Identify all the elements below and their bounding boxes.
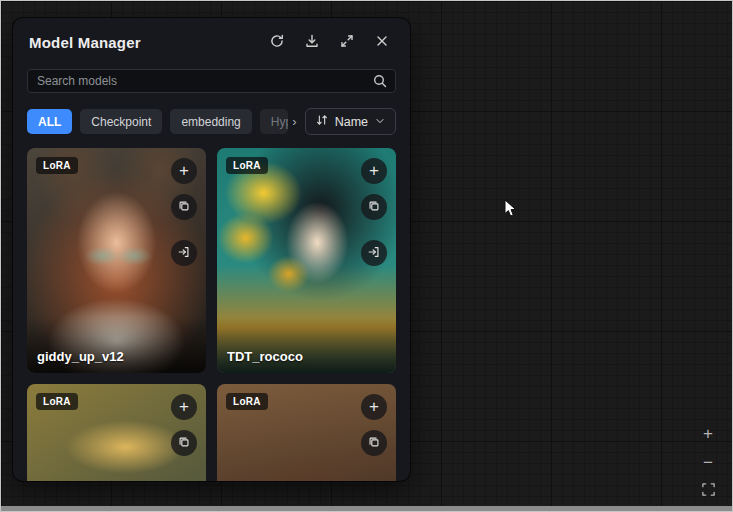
fit-view-button[interactable] [698,481,718,501]
copy-icon [367,199,381,216]
search-input[interactable] [27,69,396,93]
filter-row: ALL Checkpoint embedding Hype › Name [27,108,396,135]
add-model-button[interactable]: + [171,394,197,420]
window-edge [1,506,732,511]
copy-model-button[interactable] [361,430,387,456]
model-type-badge: LoRA [226,393,268,410]
close-icon [374,33,390,52]
copy-model-button[interactable] [171,194,197,220]
download-button[interactable] [304,35,320,51]
download-icon [304,33,320,52]
model-name-overlay: giddy_up_v12 [27,317,206,373]
model-type-badge: LoRA [36,157,78,174]
add-model-button[interactable]: + [361,394,387,420]
filter-chip-hypernetwork[interactable]: Hype [260,109,289,134]
zoom-in-button[interactable]: + [698,423,718,443]
copy-model-button[interactable] [171,430,197,456]
import-icon [177,245,191,262]
model-type-badge: LoRA [36,393,78,410]
load-model-button[interactable] [171,240,197,266]
sort-label: Name [335,115,368,129]
filter-chip-all[interactable]: ALL [27,109,72,134]
fit-view-icon [701,482,716,500]
model-card[interactable]: LoRA + giddy_up_v12 [27,148,206,373]
add-model-button[interactable]: + [171,158,197,184]
canvas-controls: + − [698,423,718,501]
panel-header-actions [269,35,394,51]
model-card[interactable]: LoRA + [27,384,206,481]
model-type-badge: LoRA [226,157,268,174]
close-button[interactable] [374,35,390,51]
panel-title: Model Manager [29,34,269,51]
expand-button[interactable] [339,35,355,51]
search-bar [27,69,396,93]
zoom-out-button[interactable]: − [698,452,718,472]
app-canvas[interactable]: Model Manager [0,0,733,512]
refresh-icon [269,33,285,52]
add-model-button[interactable]: + [361,158,387,184]
panel-header: Model Manager [13,18,410,63]
copy-icon [177,435,191,452]
model-cards-grid: LoRA + giddy_up_v12 [27,148,396,481]
expand-icon [339,33,355,52]
mouse-cursor [504,199,518,222]
sort-arrows-icon [315,113,329,131]
model-name: giddy_up_v12 [37,349,124,364]
model-name: TDT_rococo [227,349,303,364]
filter-chip-checkpoint[interactable]: Checkpoint [80,109,162,134]
refresh-button[interactable] [269,35,285,51]
model-card[interactable]: LoRA + [217,384,396,481]
model-card[interactable]: LoRA + TDT_rococo [217,148,396,373]
search-icon [372,73,388,93]
model-name-overlay: TDT_rococo [217,317,396,373]
model-manager-panel: Model Manager [13,18,410,481]
copy-icon [177,199,191,216]
load-model-button[interactable] [361,240,387,266]
sort-dropdown[interactable]: Name [305,108,396,135]
copy-model-button[interactable] [361,194,387,220]
filter-chip-embedding[interactable]: embedding [170,109,251,134]
copy-icon [367,435,381,452]
chip-overflow-chevron-icon[interactable]: › [292,115,296,128]
import-icon [367,245,381,262]
chevron-down-icon [374,113,386,131]
